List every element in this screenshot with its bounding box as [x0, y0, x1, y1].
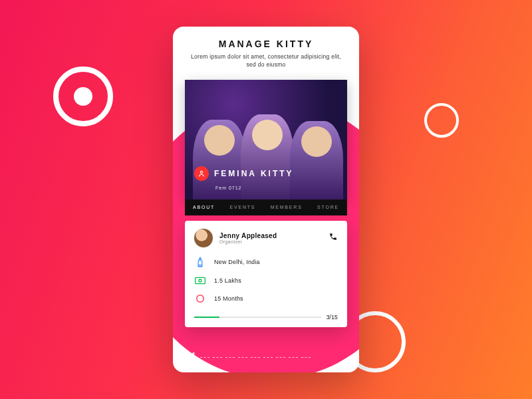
user-icon: [194, 166, 209, 181]
device-frame: MANAGE KITTY Lorem ipsum dolor sit amet,…: [173, 27, 359, 372]
decorative-circle-concentric: [53, 66, 113, 126]
phone-icon[interactable]: [329, 232, 338, 244]
page-title: MANAGE KITTY: [188, 39, 344, 49]
step-number: 01: [186, 351, 196, 363]
header: MANAGE KITTY Lorem ipsum dolor sit amet,…: [173, 27, 359, 76]
figure-person: [290, 121, 343, 200]
amount-value: 1.5 Lakhs: [214, 277, 241, 284]
duration-row: 15 Months: [194, 294, 338, 303]
hero-image: FEMINA KITTY Fem 0712: [185, 80, 347, 200]
location-value: New Delhi, India: [214, 259, 260, 265]
organizer-role: Organizer: [219, 239, 277, 244]
step-dashes: [200, 357, 311, 358]
svg-rect-1: [196, 277, 205, 283]
step-indicator: 01: [186, 351, 311, 363]
tab-bar: ABOUT EVENTS MEMBERS STORE: [185, 200, 347, 215]
tab-store[interactable]: STORE: [317, 205, 339, 209]
group-handle: Fem 0712: [215, 186, 242, 190]
decorative-circle-small: [424, 103, 459, 138]
location-row: New Delhi, India: [194, 257, 338, 267]
svg-point-0: [200, 171, 202, 173]
hero-photo-placeholder: [185, 80, 347, 200]
progress-fill: [194, 317, 219, 318]
svg-point-3: [197, 295, 204, 303]
progress-label: 3/15: [327, 314, 338, 321]
svg-point-2: [199, 279, 201, 282]
building-icon: [194, 257, 206, 267]
circle-icon: [194, 294, 206, 303]
page-subtitle: Lorem ipsum dolor sit amet, consectetur …: [188, 53, 344, 69]
organizer-row: Jenny Appleased Organizer: [194, 229, 338, 247]
tab-about[interactable]: ABOUT: [193, 205, 215, 209]
tab-events[interactable]: EVENTS: [229, 205, 255, 209]
avatar[interactable]: [194, 229, 213, 247]
tab-members[interactable]: MEMBERS: [271, 205, 303, 209]
about-card: Jenny Appleased Organizer New Delhi, Ind…: [185, 221, 347, 327]
amount-row: 1.5 Lakhs: [194, 277, 338, 285]
organizer-text: Jenny Appleased Organizer: [219, 232, 277, 244]
figure-person: [241, 114, 294, 200]
group-name: FEMINA KITTY: [214, 169, 294, 178]
group-name-row: FEMINA KITTY: [194, 166, 294, 181]
progress-row: 3/15: [194, 314, 338, 321]
duration-value: 15 Months: [214, 295, 243, 302]
progress-bar: [194, 317, 321, 318]
organizer-name: Jenny Appleased: [219, 232, 277, 239]
money-icon: [194, 277, 206, 285]
